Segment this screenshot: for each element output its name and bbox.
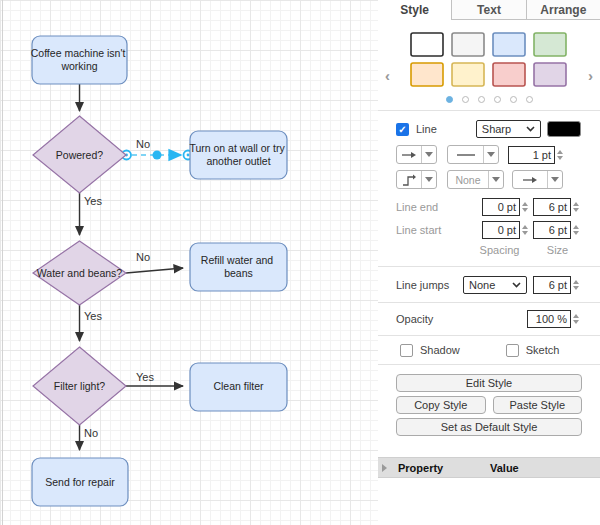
- stepper-up-icon[interactable]: [573, 314, 579, 318]
- chevron-down-icon: [512, 282, 521, 288]
- copy-style-button[interactable]: Copy Style: [396, 396, 486, 414]
- stepper-up-icon[interactable]: [522, 202, 528, 206]
- node-start[interactable]: Coffee machine isn't working: [31, 36, 129, 84]
- carousel-next-icon[interactable]: ›: [588, 68, 593, 83]
- paste-style-button[interactable]: Paste Style: [493, 396, 583, 414]
- stepper-up-icon[interactable]: [522, 225, 528, 229]
- line-end-size-stepper[interactable]: [573, 202, 581, 212]
- line-checkbox[interactable]: ✓: [396, 123, 409, 136]
- node-filter-light[interactable]: Filter light?: [33, 347, 126, 425]
- set-default-style-button[interactable]: Set as Default Style: [396, 418, 582, 436]
- stepper-down-icon[interactable]: [573, 286, 579, 290]
- line-label: Line: [416, 123, 437, 135]
- tab-style[interactable]: Style: [378, 0, 451, 20]
- line-jumps-select[interactable]: None: [463, 276, 527, 294]
- line-end-size-input[interactable]: 6 pt: [533, 198, 571, 216]
- disclosure-triangle-icon[interactable]: [382, 464, 387, 472]
- line-jumps-size-stepper[interactable]: [573, 280, 581, 290]
- arrow-right-icon: [397, 146, 421, 163]
- line-start-spacing-stepper[interactable]: [522, 225, 530, 235]
- stepper-down-icon[interactable]: [522, 208, 528, 212]
- node-refill[interactable]: Refill water and beans: [190, 243, 287, 291]
- pagination-dot[interactable]: [462, 96, 469, 103]
- line-start-size-stepper[interactable]: [573, 225, 581, 235]
- arrow-right-icon: [513, 171, 547, 188]
- edge-midpoint-handle[interactable]: [153, 151, 162, 160]
- opacity-stepper[interactable]: [573, 314, 581, 324]
- carousel-prev-icon[interactable]: ‹: [385, 68, 390, 83]
- node-send-repair[interactable]: Send for repair: [32, 458, 128, 506]
- line-stroke-style-button[interactable]: [447, 145, 499, 164]
- style-swatch-blue[interactable]: [492, 32, 526, 57]
- style-presets-section: ‹ ›: [378, 20, 600, 111]
- opacity-section: Opacity 100 %: [378, 303, 600, 336]
- tab-text[interactable]: Text: [451, 0, 525, 20]
- style-buttons-section: Edit Style Copy Style Paste Style Set as…: [378, 365, 600, 446]
- pagination-dot[interactable]: [494, 96, 501, 103]
- style-swatch-gray[interactable]: [451, 32, 485, 57]
- line-end-spacing-stepper[interactable]: [522, 202, 530, 212]
- style-swatch-white[interactable]: [410, 32, 444, 57]
- edge-water-no[interactable]: [126, 268, 183, 273]
- diagram-canvas[interactable]: No Yes No Yes Yes No Coffee machine isn'…: [0, 0, 378, 525]
- stepper-down-icon[interactable]: [573, 320, 579, 324]
- tab-arrange[interactable]: Arrange: [526, 0, 600, 20]
- line-end-spacing-input[interactable]: 0 pt: [482, 198, 520, 216]
- stepper-up-icon[interactable]: [573, 280, 579, 284]
- waypoint-style-button[interactable]: [396, 170, 437, 189]
- line-start-spacing-input[interactable]: 0 pt: [482, 221, 520, 239]
- dropdown-caret[interactable]: [421, 171, 436, 188]
- pagination-dot-active[interactable]: [446, 96, 453, 103]
- line-color-swatch[interactable]: [547, 121, 581, 137]
- node-powered[interactable]: Powered?: [33, 116, 126, 193]
- stepper-down-icon[interactable]: [557, 156, 563, 160]
- line-width-stepper[interactable]: [557, 150, 565, 160]
- property-grid-header[interactable]: Property Value: [378, 457, 600, 478]
- edge-label-no: No: [84, 427, 98, 439]
- chevron-down-icon: [526, 126, 535, 132]
- arrow-start-style-button[interactable]: None: [447, 170, 504, 189]
- edit-style-button[interactable]: Edit Style: [396, 374, 582, 392]
- property-column-header: Property: [398, 462, 490, 474]
- caret-down-icon: [492, 177, 500, 182]
- dropdown-caret[interactable]: [421, 146, 436, 163]
- node-clean-filter[interactable]: Clean filter: [190, 363, 287, 411]
- edge-powered-no-selected[interactable]: [122, 151, 193, 160]
- style-swatch-green[interactable]: [533, 32, 567, 57]
- dropdown-caret[interactable]: [488, 171, 503, 188]
- style-swatch-yellow[interactable]: [451, 62, 485, 87]
- node-water-beans[interactable]: Water and beans?: [33, 241, 126, 305]
- stepper-down-icon[interactable]: [573, 231, 579, 235]
- solid-line-icon: [448, 146, 483, 163]
- edge-label-yes: Yes: [84, 195, 102, 207]
- dropdown-caret[interactable]: [547, 171, 562, 188]
- stepper-down-icon[interactable]: [522, 231, 528, 235]
- node-turn-on[interactable]: Turn on at wall or try another outlet: [189, 131, 287, 179]
- stepper-up-icon[interactable]: [557, 150, 563, 154]
- line-width-input[interactable]: 1 pt: [508, 146, 555, 164]
- line-jumps-label: Line jumps: [396, 279, 449, 291]
- arrow-end-style-button[interactable]: [512, 170, 563, 189]
- line-start-size-input[interactable]: 6 pt: [533, 221, 571, 239]
- pagination-dot[interactable]: [478, 96, 485, 103]
- style-swatch-red[interactable]: [492, 62, 526, 87]
- line-jumps-size-input[interactable]: 6 pt: [533, 276, 571, 294]
- format-tabs: Style Text Arrange: [378, 0, 600, 20]
- stepper-up-icon[interactable]: [573, 225, 579, 229]
- opacity-input[interactable]: 100 %: [527, 310, 571, 328]
- stepper-up-icon[interactable]: [573, 202, 579, 206]
- opacity-label: Opacity: [396, 313, 433, 325]
- sketch-checkbox[interactable]: [506, 344, 519, 357]
- caret-down-icon: [425, 177, 433, 182]
- stepper-down-icon[interactable]: [573, 208, 579, 212]
- spacing-caption: Spacing: [476, 244, 523, 256]
- shadow-checkbox[interactable]: [400, 344, 413, 357]
- edge-label-no: No: [136, 251, 150, 263]
- pagination-dot[interactable]: [526, 96, 533, 103]
- line-style-select[interactable]: Sharp: [476, 120, 541, 138]
- style-swatch-orange[interactable]: [410, 62, 444, 87]
- dropdown-caret[interactable]: [483, 146, 498, 163]
- style-swatch-purple[interactable]: [533, 62, 567, 87]
- pagination-dot[interactable]: [510, 96, 517, 103]
- connection-arrow-button[interactable]: [396, 145, 437, 164]
